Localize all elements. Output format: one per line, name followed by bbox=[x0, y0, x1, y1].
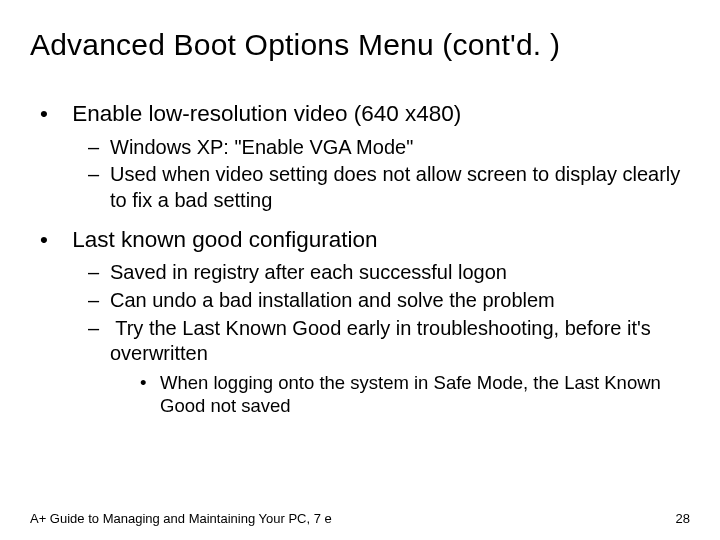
bullet-text: Last known good configuration bbox=[72, 227, 377, 252]
bullet-text: Can undo a bad installation and solve th… bbox=[110, 289, 555, 311]
bullet-list-level2: Saved in registry after each successful … bbox=[40, 260, 690, 418]
bullet-text: When logging onto the system in Safe Mod… bbox=[160, 372, 661, 417]
slide-footer: A+ Guide to Managing and Maintaining You… bbox=[30, 511, 690, 526]
bullet-text: Enable low-resolution video (640 x480) bbox=[72, 101, 461, 126]
slide-content: Enable low-resolution video (640 x480) W… bbox=[30, 100, 690, 418]
list-item: Try the Last Known Good early in trouble… bbox=[88, 316, 690, 419]
bullet-text: Try the Last Known Good early in trouble… bbox=[110, 317, 651, 365]
bullet-list-level2: Windows XP: "Enable VGA Mode" Used when … bbox=[40, 135, 690, 214]
bullet-text: Used when video setting does not allow s… bbox=[110, 163, 680, 211]
list-item: Windows XP: "Enable VGA Mode" bbox=[88, 135, 690, 161]
page-number: 28 bbox=[676, 511, 690, 526]
footer-left: A+ Guide to Managing and Maintaining You… bbox=[30, 511, 332, 526]
list-item: Can undo a bad installation and solve th… bbox=[88, 288, 690, 314]
list-item: Last known good configuration Saved in r… bbox=[40, 226, 690, 419]
slide-container: Advanced Boot Options Menu (cont'd. ) En… bbox=[0, 0, 720, 540]
list-item: Saved in registry after each successful … bbox=[88, 260, 690, 286]
list-item: When logging onto the system in Safe Mod… bbox=[140, 371, 690, 418]
list-item: Used when video setting does not allow s… bbox=[88, 162, 690, 213]
slide-title: Advanced Boot Options Menu (cont'd. ) bbox=[30, 28, 690, 62]
bullet-text: Saved in registry after each successful … bbox=[110, 261, 507, 283]
bullet-list-level3: When logging onto the system in Safe Mod… bbox=[110, 371, 690, 418]
list-item: Enable low-resolution video (640 x480) W… bbox=[40, 100, 690, 214]
bullet-list-level1: Enable low-resolution video (640 x480) W… bbox=[40, 100, 690, 418]
bullet-text: Windows XP: "Enable VGA Mode" bbox=[110, 136, 413, 158]
